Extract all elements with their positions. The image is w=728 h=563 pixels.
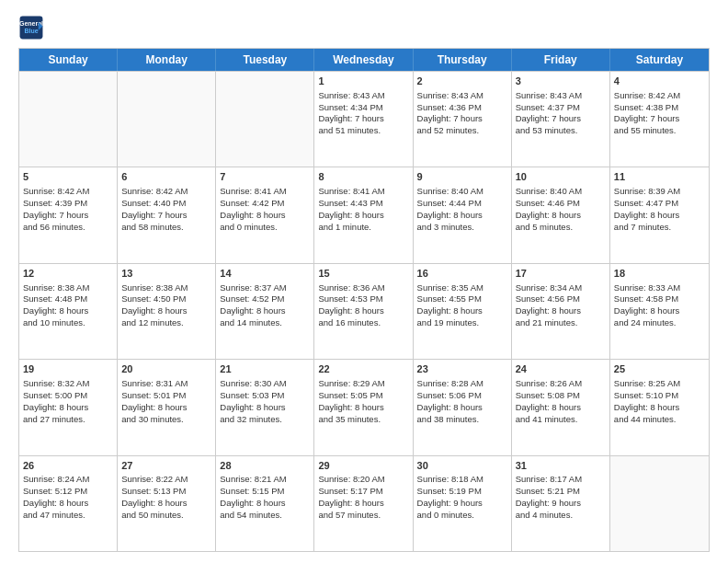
day-cell-28: 28Sunrise: 8:21 AMSunset: 5:15 PMDayligh…	[216, 456, 314, 551]
day-info-line: and 24 minutes.	[614, 317, 677, 327]
day-info-line: Sunset: 4:52 PM	[220, 293, 284, 304]
day-info-line: and 57 minutes.	[318, 510, 381, 520]
day-number: 20	[121, 362, 211, 376]
day-number: 11	[614, 170, 705, 184]
day-info-line: Sunrise: 8:40 AM	[417, 186, 483, 196]
day-info-line: Sunrise: 8:32 AM	[23, 378, 89, 388]
day-info-line: Daylight: 8 hours	[220, 210, 285, 220]
day-info-line: and 14 minutes.	[220, 317, 282, 327]
day-number: 1	[318, 75, 408, 88]
calendar: SundayMondayTuesdayWednesdayThursdayFrid…	[18, 48, 710, 552]
day-info-line: Daylight: 8 hours	[318, 210, 383, 220]
day-info-line: Sunrise: 8:22 AM	[121, 474, 188, 484]
day-info-line: Daylight: 8 hours	[614, 402, 679, 412]
day-info-line: Sunset: 4:47 PM	[614, 198, 678, 208]
day-info-line: Sunrise: 8:25 AM	[614, 378, 680, 388]
day-number: 22	[318, 362, 408, 376]
day-number: 16	[417, 267, 507, 281]
day-cell-21: 21Sunrise: 8:30 AMSunset: 5:03 PMDayligh…	[216, 360, 314, 454]
day-info-line: Sunrise: 8:21 AM	[220, 474, 286, 484]
day-header-friday: Friday	[512, 49, 610, 71]
day-info-line: Sunrise: 8:38 AM	[23, 282, 89, 293]
day-info-line: and 27 minutes.	[23, 414, 85, 424]
header: General Blue	[18, 15, 710, 40]
day-cell-20: 20Sunrise: 8:31 AMSunset: 5:01 PMDayligh…	[118, 360, 216, 454]
day-number: 27	[121, 459, 211, 473]
day-info-line: Daylight: 8 hours	[121, 305, 187, 316]
day-info-line: Sunset: 5:19 PM	[417, 486, 482, 496]
day-number: 25	[614, 362, 705, 376]
day-number: 28	[220, 459, 310, 473]
day-info-line: Sunrise: 8:41 AM	[318, 186, 384, 196]
day-info-line: Sunset: 4:40 PM	[121, 198, 186, 208]
day-number: 14	[220, 267, 310, 281]
day-info-line: Sunset: 4:55 PM	[417, 293, 482, 304]
day-header-tuesday: Tuesday	[216, 49, 314, 71]
calendar-header: SundayMondayTuesdayWednesdayThursdayFrid…	[19, 49, 709, 71]
day-number: 4	[614, 75, 705, 88]
calendar-body: 1Sunrise: 8:43 AMSunset: 4:34 PMDaylight…	[19, 71, 709, 551]
day-info-line: and 1 minute.	[318, 222, 371, 232]
day-info-line: and 32 minutes.	[220, 414, 282, 424]
day-info-line: Sunset: 5:05 PM	[318, 390, 382, 400]
empty-cell	[610, 456, 709, 551]
day-number: 8	[318, 170, 408, 184]
day-info-line: Sunrise: 8:20 AM	[318, 474, 384, 484]
day-number: 17	[516, 267, 606, 281]
day-cell-19: 19Sunrise: 8:32 AMSunset: 5:00 PMDayligh…	[19, 360, 118, 454]
day-cell-3: 3Sunrise: 8:43 AMSunset: 4:37 PMDaylight…	[512, 72, 610, 167]
day-cell-25: 25Sunrise: 8:25 AMSunset: 5:10 PMDayligh…	[610, 360, 709, 454]
day-info-line: Sunset: 4:58 PM	[614, 293, 678, 304]
day-number: 30	[417, 459, 507, 473]
day-number: 6	[121, 170, 211, 184]
day-info-line: and 58 minutes.	[121, 222, 184, 232]
day-cell-4: 4Sunrise: 8:42 AMSunset: 4:38 PMDaylight…	[610, 72, 709, 167]
day-info-line: and 52 minutes.	[417, 125, 480, 135]
empty-cell	[19, 72, 118, 167]
day-number: 7	[220, 170, 310, 184]
day-info-line: Daylight: 8 hours	[417, 305, 483, 316]
calendar-page: General Blue SundayMondayTuesdayWednesda…	[0, 0, 728, 563]
day-info-line: and 16 minutes.	[318, 317, 381, 327]
day-info-line: Sunset: 4:43 PM	[318, 198, 382, 208]
day-number: 3	[516, 75, 606, 88]
day-info-line: Sunrise: 8:43 AM	[318, 90, 384, 100]
logo-icon: General Blue	[18, 15, 44, 40]
svg-text:Blue: Blue	[24, 28, 38, 34]
day-info-line: Sunrise: 8:33 AM	[614, 282, 680, 293]
day-info-line: Daylight: 8 hours	[23, 402, 88, 412]
day-info-line: and 53 minutes.	[516, 125, 578, 135]
day-info-line: Daylight: 9 hours	[516, 498, 581, 508]
day-info-line: Sunset: 5:01 PM	[121, 390, 186, 400]
day-cell-17: 17Sunrise: 8:34 AMSunset: 4:56 PMDayligh…	[512, 264, 610, 359]
logo: General Blue	[18, 15, 44, 40]
day-cell-30: 30Sunrise: 8:18 AMSunset: 5:19 PMDayligh…	[414, 456, 512, 551]
day-info-line: Daylight: 8 hours	[220, 498, 285, 508]
day-number: 12	[23, 267, 113, 281]
day-header-wednesday: Wednesday	[314, 49, 413, 71]
day-info-line: Sunrise: 8:42 AM	[121, 186, 188, 196]
day-info-line: and 56 minutes.	[23, 222, 85, 232]
day-number: 2	[417, 75, 507, 88]
empty-cell	[118, 72, 216, 167]
day-info-line: Sunrise: 8:24 AM	[23, 474, 89, 484]
day-info-line: Sunset: 5:12 PM	[23, 486, 87, 496]
day-number: 19	[23, 362, 113, 376]
day-info-line: and 4 minutes.	[516, 510, 573, 520]
day-info-line: Daylight: 8 hours	[318, 402, 383, 412]
day-info-line: Sunset: 4:34 PM	[318, 102, 382, 112]
day-cell-22: 22Sunrise: 8:29 AMSunset: 5:05 PMDayligh…	[314, 360, 413, 454]
day-info-line: Sunrise: 8:42 AM	[614, 90, 680, 100]
day-info-line: Daylight: 7 hours	[614, 113, 679, 123]
day-info-line: Sunset: 5:03 PM	[220, 390, 284, 400]
day-info-line: and 10 minutes.	[23, 317, 85, 327]
day-info-line: and 0 minutes.	[417, 510, 474, 520]
day-cell-12: 12Sunrise: 8:38 AMSunset: 4:48 PMDayligh…	[19, 264, 118, 359]
day-cell-6: 6Sunrise: 8:42 AMSunset: 4:40 PMDaylight…	[118, 167, 216, 262]
day-cell-29: 29Sunrise: 8:20 AMSunset: 5:17 PMDayligh…	[314, 456, 413, 551]
week-row-4: 26Sunrise: 8:24 AMSunset: 5:12 PMDayligh…	[19, 455, 709, 551]
day-info-line: Sunset: 4:48 PM	[23, 293, 87, 304]
day-info-line: Sunrise: 8:34 AM	[516, 282, 582, 293]
day-header-saturday: Saturday	[610, 49, 709, 71]
day-info-line: Daylight: 8 hours	[417, 402, 483, 412]
